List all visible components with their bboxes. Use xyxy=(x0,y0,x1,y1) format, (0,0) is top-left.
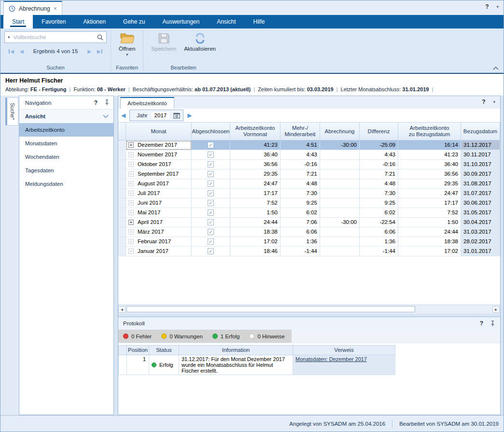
abgeschlossen-checkbox[interactable]: ✓ xyxy=(208,161,214,167)
table-row[interactable]: +Januar 2017✓18:46-1:44-1:4417:0231.01.2… xyxy=(118,247,500,256)
main-help-icon[interactable]: ? xyxy=(482,98,485,105)
expand-icon[interactable]: + xyxy=(128,210,134,215)
month-cell[interactable]: +März 2017 xyxy=(126,227,192,237)
table-row[interactable]: +September 2017✓29:357:217:2136:5630.09.… xyxy=(118,169,500,179)
chevron-down-icon[interactable]: ▾ xyxy=(496,4,499,9)
expand-icon[interactable]: + xyxy=(128,162,134,167)
expand-icon[interactable]: + xyxy=(128,171,134,177)
column-header-monat[interactable]: Monat xyxy=(126,123,192,140)
column-header-differenz[interactable]: Differenz xyxy=(360,123,398,140)
calendar-icon[interactable] xyxy=(173,112,180,119)
protokoll-pin-icon[interactable] xyxy=(490,321,495,327)
month-cell[interactable]: +Januar 2017 xyxy=(126,247,192,256)
table-row[interactable]: +August 2017✓24:474:484:4829:3531.08.201… xyxy=(118,179,500,189)
year-value[interactable]: 2017 xyxy=(152,112,170,119)
scroll-left-icon[interactable]: ◂ xyxy=(118,306,126,313)
month-cell[interactable]: +Februar 2017 xyxy=(126,237,192,247)
abgeschlossen-checkbox[interactable]: ✓ xyxy=(208,219,214,225)
abgeschlossen-checkbox[interactable]: ✓ xyxy=(208,229,214,235)
protokoll-header-verweis[interactable]: Verweis xyxy=(293,345,395,355)
month-cell[interactable]: +April 2017 xyxy=(126,218,192,227)
navigation-group-ansicht[interactable]: Ansicht xyxy=(19,110,113,123)
table-row[interactable]: +Oktober 2017✓36:56-0:16-0:1636:4031.10.… xyxy=(118,160,500,169)
ribbon-tab-aktionen[interactable]: Aktionen xyxy=(74,15,114,28)
ribbon-tab-gehe-zu[interactable]: Gehe zu xyxy=(114,15,154,28)
month-cell[interactable]: +Oktober 2017 xyxy=(126,160,192,169)
table-row[interactable]: +April 2017✓24:447:06-30:00-22:541:5030.… xyxy=(118,218,500,227)
tab-arbeitszeitkonto[interactable]: Arbeitszeitkonto xyxy=(120,97,174,109)
ribbon-collapse-icon[interactable] xyxy=(493,67,499,70)
abgeschlossen-checkbox[interactable]: ✓ xyxy=(208,238,214,245)
filter-1-erfolg[interactable]: 1 Erfolg xyxy=(212,334,240,339)
ribbon-tab-start[interactable]: Start xyxy=(3,15,33,28)
expand-icon[interactable]: + xyxy=(128,152,134,157)
abgeschlossen-checkbox[interactable]: ✓ xyxy=(208,181,214,187)
result-first-button[interactable]: ◀ xyxy=(9,49,14,54)
table-row[interactable]: +November 2017✓36:404:434:4341:2330.11.2… xyxy=(118,150,500,160)
ribbon-tab-favoriten[interactable]: Favoriten xyxy=(33,15,74,28)
ribbon-tab-auswertungen[interactable]: Auswertungen xyxy=(154,15,208,28)
ribbon-tab-hilfe[interactable]: Hilfe xyxy=(245,15,274,28)
month-cell[interactable]: +August 2017 xyxy=(126,179,192,189)
verweis-link[interactable]: Monatsdaten: Dezember 2017 xyxy=(295,356,367,362)
abgeschlossen-checkbox[interactable]: ✓ xyxy=(208,209,214,216)
month-cell[interactable]: +Juni 2017 xyxy=(126,198,192,208)
pin-icon[interactable] xyxy=(104,99,110,106)
expand-icon[interactable]: + xyxy=(128,181,134,186)
column-header-bezugsdatum[interactable]: Bezugsdatum xyxy=(461,123,500,140)
table-row[interactable]: +Juli 2017✓17:177:307:3024:4731.07.2017 xyxy=(118,189,500,198)
year-field[interactable]: Jahr 2017 xyxy=(129,110,183,121)
abgeschlossen-checkbox[interactable]: ✓ xyxy=(208,152,214,158)
open-button[interactable]: Öffnen ▾ xyxy=(115,31,139,57)
sidebar-item-meldungsdaten[interactable]: Meldungsdaten xyxy=(19,177,113,191)
column-header-abgeschlossen[interactable]: Abgeschlossen xyxy=(192,123,230,140)
help-icon[interactable]: ? xyxy=(485,3,489,10)
protokoll-header-information[interactable]: Information xyxy=(179,345,293,355)
expand-icon[interactable]: + xyxy=(128,220,134,225)
scrollbar-thumb[interactable] xyxy=(126,306,415,312)
result-next-button[interactable]: ▶ xyxy=(87,49,91,54)
table-row[interactable]: +Mai 2017✓1:506:026:027:5231.05.2017 xyxy=(118,208,500,218)
table-row[interactable]: +Dezember 2017✓41:234:51-30:00-25:0916:1… xyxy=(118,140,500,150)
abgeschlossen-checkbox[interactable]: ✓ xyxy=(208,190,214,196)
sidebar-item-arbeitszeitkonto[interactable]: Arbeitszeitkonto xyxy=(19,123,113,137)
table-row[interactable]: +Juni 2017✓7:529:259:2517:1730.06.2017 xyxy=(118,198,500,208)
combo-caret-icon[interactable]: ▾ xyxy=(8,35,10,40)
expand-icon[interactable]: + xyxy=(128,191,134,196)
filter-0-fehler[interactable]: 0 Fehler xyxy=(123,334,152,339)
abgeschlossen-checkbox[interactable]: ✓ xyxy=(208,200,214,206)
result-last-button[interactable]: ▶ xyxy=(97,49,102,54)
expand-icon[interactable]: + xyxy=(128,249,134,254)
refresh-button[interactable]: Aktualisieren xyxy=(180,31,220,52)
column-header-arbeitszeitkonto[interactable]: Arbeitszeitkonto zu Bezugsdatum xyxy=(398,123,461,140)
main-menu-caret-icon[interactable]: ▾ xyxy=(493,99,495,104)
scroll-right-icon[interactable]: ▸ xyxy=(492,306,500,313)
protokoll-header-position[interactable]: Position xyxy=(127,345,149,355)
month-cell[interactable]: +November 2017 xyxy=(126,150,192,160)
abgeschlossen-checkbox[interactable]: ✓ xyxy=(208,171,214,177)
search-icon[interactable] xyxy=(97,34,103,41)
fulltext-search-box[interactable]: ▾ xyxy=(4,31,107,43)
panel-splitter[interactable] xyxy=(114,96,118,415)
column-header-abrechnung[interactable]: Abrechnung xyxy=(320,123,360,140)
abgeschlossen-checkbox[interactable]: ✓ xyxy=(208,142,214,148)
expand-icon[interactable]: + xyxy=(128,239,134,244)
year-next-button[interactable]: ▶ xyxy=(187,112,192,119)
navigation-help-icon[interactable]: ? xyxy=(94,99,98,106)
filter-0-warnungen[interactable]: 0 Warnungen xyxy=(161,334,203,339)
column-header-mehr-[interactable]: Mehr-/ Minderarbeit xyxy=(280,123,320,140)
open-dropdown-icon[interactable]: ▾ xyxy=(126,52,128,57)
month-cell[interactable]: +Mai 2017 xyxy=(126,208,192,218)
table-row[interactable]: +März 2017✓18:386:066:0624:4431.03.2017 xyxy=(118,227,500,237)
protokoll-header-status[interactable]: Status xyxy=(149,345,179,355)
side-tab-suche[interactable]: Suche* xyxy=(5,98,18,125)
save-button[interactable]: Speichern xyxy=(147,31,180,52)
sidebar-item-tagesdaten[interactable]: Tagesdaten xyxy=(19,164,113,177)
search-input[interactable] xyxy=(13,34,95,41)
sidebar-item-monatsdaten[interactable]: Monatsdaten xyxy=(19,137,113,150)
protokoll-row[interactable]: 1Erfolg31.12.2017: Für den Monat Dezembe… xyxy=(118,355,500,375)
close-icon[interactable]: × xyxy=(54,5,57,12)
month-cell[interactable]: +Juli 2017 xyxy=(126,189,192,198)
filter-0-hinweise[interactable]: 0 Hinweise xyxy=(249,334,284,339)
document-tab-abrechnung[interactable]: Abrechnung × xyxy=(3,1,62,15)
